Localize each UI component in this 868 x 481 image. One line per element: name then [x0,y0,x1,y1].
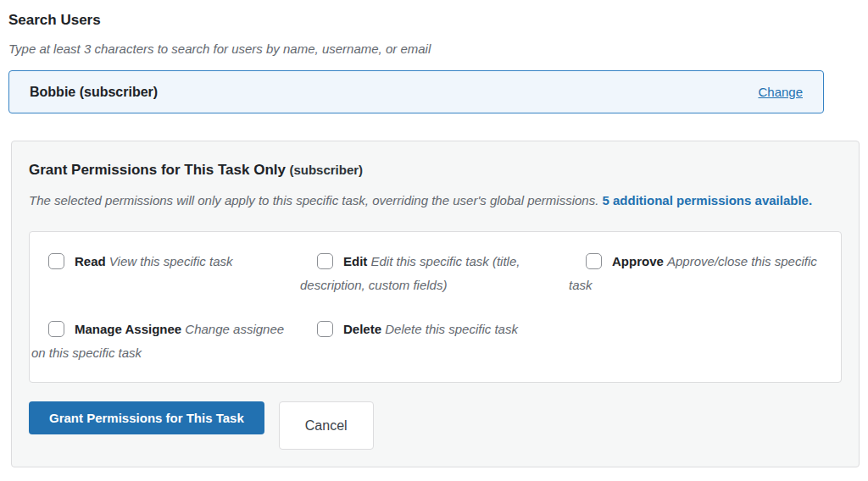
edit-checkbox[interactable] [317,253,333,269]
panel-heading: Grant Permissions for This Task Only (su… [29,162,842,179]
selected-user-box: Bobbie (subscriber) Change [8,70,824,113]
read-checkbox[interactable] [48,253,64,269]
panel-title: Grant Permissions for This Task Only [29,162,286,178]
permission-description: View this specific task [109,254,233,268]
selected-user-name: Bobbie (subscriber) [30,85,158,100]
permission-name: Manage Assignee [75,322,181,336]
additional-permissions-link[interactable]: 5 additional permissions available. [603,193,813,207]
panel-description: The selected permissions will only apply… [29,190,838,212]
cancel-button[interactable]: Cancel [279,401,374,450]
search-users-section: Search Users Type at least 3 characters … [8,12,860,113]
permission-item-edit[interactable]: Edit Edit this specific task (title, des… [300,250,569,297]
search-users-hint: Type at least 3 characters to search for… [8,41,860,56]
delete-checkbox[interactable] [317,321,333,337]
permission-item-approve[interactable]: Approve Approve/close this specific task [569,250,837,297]
page: Search Users Type at least 3 characters … [0,0,868,467]
permission-item-manage-assignee[interactable]: Manage Assignee Change assignee on this … [31,318,300,365]
search-users-title: Search Users [8,12,860,29]
permission-item-delete[interactable]: Delete Delete this specific task [300,318,569,365]
approve-checkbox[interactable] [586,253,602,269]
change-user-link[interactable]: Change [758,85,803,99]
permission-name: Delete [343,322,381,336]
button-row: Grant Permissions for This Task Cancel [29,401,842,450]
permissions-box: Read View this specific task Edit Edit t… [29,231,842,383]
panel-description-text: The selected permissions will only apply… [29,193,598,207]
manage-assignee-checkbox[interactable] [48,321,64,337]
grant-permissions-button[interactable]: Grant Permissions for This Task [29,401,264,434]
permission-name: Approve [612,254,664,268]
permissions-grid: Read View this specific task Edit Edit t… [31,250,837,365]
permission-description: Approve/close this specific task [569,254,817,292]
permission-description: Delete this specific task [385,322,518,336]
grant-permissions-panel: Grant Permissions for This Task Only (su… [11,141,860,467]
panel-title-role-suffix: (subscriber) [289,163,363,177]
permission-item-read[interactable]: Read View this specific task [31,250,300,297]
permission-name: Read [75,254,106,268]
permission-name: Edit [343,254,367,268]
